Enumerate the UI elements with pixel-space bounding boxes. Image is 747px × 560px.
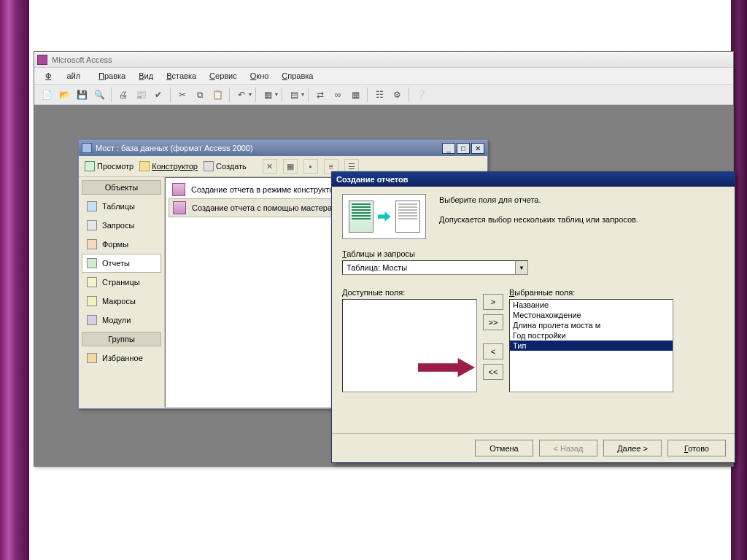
minimize-button[interactable]: _ [442,143,455,154]
list-row[interactable]: Тип [510,341,673,351]
relationships-icon[interactable]: ⇄ [312,87,328,103]
app-title: Microsoft Access [52,55,112,64]
print-search-icon[interactable]: 🔍 [91,87,107,103]
page-icon [87,277,97,287]
cut-icon[interactable]: ✂ [174,87,190,103]
next-button[interactable]: Далее > [603,440,662,456]
objects-nav: Объекты Таблицы Запросы Формы Отчеты Стр… [79,177,165,408]
nav-item-pages[interactable]: Страницы [82,273,161,292]
move-left-button[interactable]: < [483,343,503,359]
wizard-icon [173,201,186,214]
wizard-intro-2: Допускается выбор нескольких таблиц или … [439,214,724,226]
list-row[interactable]: Местонахождение [510,310,673,320]
properties-icon[interactable]: ☷ [371,87,387,103]
open-preview-button[interactable]: Просмотр [85,161,133,171]
wizard-intro-1: Выберите поля для отчета. [439,194,724,206]
undo-icon[interactable]: ↶ [233,87,249,103]
nav-item-forms[interactable]: Формы [82,235,161,254]
menu-help[interactable]: Справка [276,70,318,82]
macro-icon [87,296,97,306]
menu-file[interactable]: Файл [40,70,90,82]
main-toolbar: 📄 📂 💾 🔍 🖨 📰 ✔ ✂ ⧉ 📋 ↶▾ ▦▾ ▤▾ ⇄ ∞ ▦ ☷ ⚙ [34,85,733,105]
available-fields-list[interactable] [342,299,477,392]
slide-decor-left [0,0,29,560]
small-icons-icon[interactable]: ▪ [303,159,318,174]
wizard-titlebar[interactable]: Создание отчетов [332,172,735,187]
new-icon[interactable]: 📄 [39,87,55,103]
module-icon [87,315,97,325]
nav-item-macros[interactable]: Макросы [82,292,161,311]
chevron-down-icon[interactable]: ▼ [515,261,527,274]
nav-item-reports[interactable]: Отчеты [82,254,161,273]
save-icon[interactable]: 💾 [74,87,90,103]
menu-tools[interactable]: Сервис [204,70,242,82]
office-links-icon[interactable]: ▦ [260,87,276,103]
wizard-footer: Отмена < Назад Далее > Готово [332,433,735,462]
menu-window[interactable]: Окно [245,70,274,82]
access-app-icon [37,55,47,65]
finish-button[interactable]: Готово [667,440,726,456]
menu-view[interactable]: Вид [133,70,158,82]
wizard-icon [172,183,185,196]
favorites-icon [87,353,97,363]
nav-item-tables[interactable]: Таблицы [82,197,161,216]
nav-header-groups: Группы [82,332,161,346]
menu-insert[interactable]: Вставка [161,70,201,82]
preview-icon [85,161,95,171]
close-button[interactable]: ✕ [471,143,484,154]
preview-icon[interactable]: 📰 [133,87,149,103]
nav-item-queries[interactable]: Запросы [82,216,161,235]
list-row[interactable]: Длина пролета моста м [510,320,673,330]
spellcheck-icon[interactable]: ✔ [150,87,166,103]
db-titlebar[interactable]: Мост : база данных (формат Access 2000) … [79,140,487,156]
wizard-graphic [342,194,426,239]
create-icon [204,161,214,171]
maximize-button[interactable]: □ [457,143,470,154]
paste-icon[interactable]: 📋 [209,87,225,103]
tables-queries-combo[interactable]: Таблица: Мосты ▼ [342,260,528,275]
db-window-icon [82,143,92,153]
menubar: Файл Правка Вид Вставка Сервис Окно Спра… [34,68,733,85]
report-wizard-dialog: Создание отчетов Выберите поля для отчет… [331,171,735,463]
nav-item-favorites[interactable]: Избранное [82,349,161,368]
table-icon [87,201,97,211]
back-button[interactable]: < Назад [539,440,597,456]
menu-edit[interactable]: Правка [93,70,131,82]
selected-fields-list[interactable]: НазваниеМестонахождениеДлина пролета мос… [509,299,673,392]
nav-header-objects: Объекты [82,180,161,195]
combo-value: Таблица: Мосты [343,263,515,272]
db-window-title: Мост : база данных (формат Access 2000) [96,144,253,152]
move-all-left-button[interactable]: << [483,364,503,380]
report-icon [87,258,97,268]
arrow-icon [378,211,391,222]
cancel-button[interactable]: Отмена [475,440,533,456]
create-button[interactable]: Создать [204,161,247,171]
design-icon [139,161,150,171]
app-titlebar[interactable]: Microsoft Access [34,52,733,68]
print-icon[interactable]: 🖨 [115,87,131,103]
nav-item-modules[interactable]: Модули [82,311,161,330]
available-label: Доступные поля: [342,288,477,297]
design-button[interactable]: Конструктор [139,161,198,171]
wizard-title: Создание отчетов [336,175,409,184]
list-row[interactable]: Год постройки [510,330,673,341]
copy-icon[interactable]: ⧉ [192,87,208,103]
code-icon[interactable]: ▦ [347,87,363,103]
query-icon [87,220,97,230]
delete-icon[interactable]: ✕ [263,159,277,174]
analyze-icon[interactable]: ▤ [286,87,302,103]
large-icons-icon[interactable]: ▦ [283,159,298,174]
help-icon[interactable]: ❔ [413,87,429,103]
list-row[interactable]: Название [510,300,673,310]
combo-label: Таблицы и запросы [342,249,724,258]
move-right-button[interactable]: > [483,294,503,310]
move-all-right-button[interactable]: >> [483,314,503,330]
selected-label: Выбранные поля: [509,288,673,297]
link-icon[interactable]: ∞ [330,87,346,103]
db-tools-icon[interactable]: ⚙ [389,87,405,103]
form-icon [87,239,97,249]
open-icon[interactable]: 📂 [56,87,72,103]
